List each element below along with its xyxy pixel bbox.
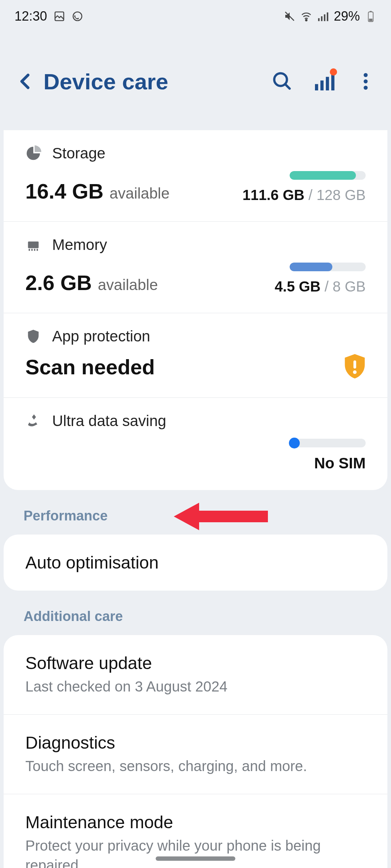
- maintenance-mode-subtitle: Protect your privacy while your phone is…: [25, 836, 366, 868]
- svg-rect-6: [324, 14, 325, 21]
- memory-available-value: 2.6 GB: [25, 271, 92, 294]
- memory-fraction: 4.5 GB / 8 GB: [275, 278, 366, 295]
- svg-rect-22: [31, 249, 33, 251]
- software-update-title: Software update: [25, 653, 366, 673]
- data-saving-progress-bar: [290, 439, 366, 447]
- gallery-icon: [54, 10, 65, 22]
- svg-rect-15: [326, 77, 329, 91]
- storage-label: Storage: [52, 145, 105, 162]
- performance-card: Auto optimisation: [4, 535, 387, 591]
- software-update-subtitle: Last checked on 3 August 2024: [25, 677, 366, 696]
- shield-icon: [25, 328, 41, 344]
- data-usage-button[interactable]: [313, 71, 335, 92]
- memory-icon: [25, 237, 41, 253]
- auto-optimisation-label: Auto optimisation: [25, 553, 366, 573]
- page-title: Device care: [40, 69, 272, 94]
- app-protection-status: Scan needed: [25, 355, 155, 379]
- svg-point-18: [364, 80, 368, 84]
- shield-warning-icon: [344, 354, 366, 379]
- diagnostics-title: Diagnostics: [25, 733, 366, 753]
- ultra-data-saving-label: Ultra data saving: [52, 412, 166, 430]
- svg-point-26: [353, 370, 357, 374]
- additional-care-section-header: Additional care: [0, 591, 391, 635]
- app-protection-label: App protection: [52, 328, 150, 345]
- maintenance-mode-title: Maintenance mode: [25, 812, 366, 832]
- diagnostics-item[interactable]: Diagnostics Touch screen, sensors, charg…: [4, 715, 387, 794]
- app-protection-row[interactable]: App protection Scan needed: [4, 313, 387, 398]
- storage-available-value: 16.4 GB: [25, 179, 104, 203]
- svg-rect-7: [327, 12, 328, 21]
- status-time: 12:30: [14, 9, 47, 24]
- search-button[interactable]: [272, 71, 293, 92]
- data-saving-status: No SIM: [314, 455, 366, 472]
- storage-row[interactable]: Storage 16.4 GB available 111.6 GB / 128…: [4, 130, 387, 222]
- svg-rect-10: [369, 19, 372, 21]
- auto-optimisation-item[interactable]: Auto optimisation: [4, 535, 387, 591]
- navigation-handle[interactable]: [156, 856, 235, 861]
- svg-rect-9: [370, 11, 371, 12]
- storage-icon: [25, 145, 41, 161]
- status-bar: 12:30 29%: [0, 0, 391, 33]
- device-status-card: Storage 16.4 GB available 111.6 GB / 128…: [4, 130, 387, 490]
- app-header: Device care: [0, 33, 391, 130]
- back-button[interactable]: [14, 71, 36, 92]
- battery-icon: [365, 10, 377, 22]
- memory-label: Memory: [52, 236, 107, 254]
- software-update-item[interactable]: Software update Last checked on 3 August…: [4, 635, 387, 715]
- memory-available-suffix: available: [98, 276, 158, 293]
- storage-progress-bar: [290, 171, 366, 180]
- svg-point-17: [364, 73, 368, 77]
- svg-point-3: [306, 20, 307, 21]
- memory-progress-bar: [290, 263, 366, 271]
- wifi-icon: [300, 10, 312, 22]
- storage-fraction: 111.6 GB / 128 GB: [243, 187, 366, 203]
- notification-dot-icon: [330, 68, 337, 76]
- svg-rect-20: [28, 242, 38, 248]
- svg-rect-21: [29, 249, 30, 251]
- whatsapp-icon: [72, 10, 83, 22]
- storage-available-suffix: available: [109, 185, 169, 202]
- mute-icon: [284, 10, 295, 22]
- additional-care-card: Software update Last checked on 3 August…: [4, 635, 387, 868]
- svg-rect-25: [353, 361, 356, 369]
- svg-rect-24: [37, 249, 38, 251]
- svg-point-19: [364, 86, 368, 90]
- performance-section-header: Performance: [0, 490, 391, 535]
- data-saving-icon: [25, 413, 41, 429]
- svg-rect-4: [318, 18, 320, 21]
- svg-rect-23: [34, 249, 35, 251]
- svg-rect-5: [321, 16, 323, 21]
- signal-icon: [317, 10, 329, 22]
- svg-line-12: [285, 84, 290, 89]
- diagnostics-subtitle: Touch screen, sensors, charging, and mor…: [25, 756, 366, 776]
- svg-rect-13: [315, 84, 318, 91]
- memory-row[interactable]: Memory 2.6 GB available 4.5 GB / 8 GB: [4, 222, 387, 313]
- more-options-button[interactable]: [355, 71, 377, 92]
- svg-rect-14: [320, 81, 324, 91]
- battery-percent: 29%: [334, 9, 360, 24]
- ultra-data-saving-row[interactable]: Ultra data saving No SIM: [4, 398, 387, 490]
- svg-rect-16: [331, 73, 335, 91]
